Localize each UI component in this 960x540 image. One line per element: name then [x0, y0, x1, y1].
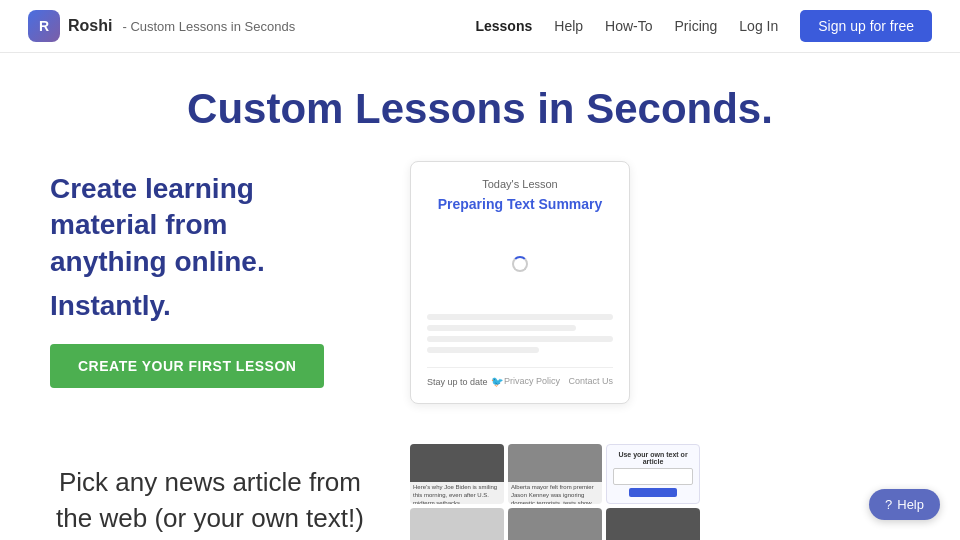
lesson-card-title: Preparing Text Summary [427, 196, 613, 212]
news-grid-container: Here's why Joe Biden is smiling this mor… [410, 444, 700, 540]
nav-lessons[interactable]: Lessons [475, 18, 532, 34]
create-first-lesson-button[interactable]: CREATE YOUR FIRST LESSON [50, 344, 324, 388]
hero-content: Create learning material from anything o… [50, 161, 910, 404]
use-own-text-card: Use your own text or article [606, 444, 700, 504]
lesson-card-loading-area [427, 224, 613, 304]
nav-pricing[interactable]: Pricing [675, 18, 718, 34]
hero-title: Custom Lessons in Seconds. [187, 85, 773, 133]
logo-icon: R [28, 10, 60, 42]
news-item-5: Brittney Griner has been sent to a Russi… [508, 508, 602, 540]
news-img-5 [508, 508, 602, 540]
lesson-preview-card: Today's Lesson Preparing Text Summary St… [410, 161, 630, 404]
lesson-card-footer: Stay up to date 🐦 Privacy Policy Contact… [427, 367, 613, 387]
news-grid: Here's why Joe Biden is smiling this mor… [410, 444, 700, 504]
logo-name: Roshi [68, 17, 112, 35]
hero-tagline: Create learning material from anything o… [50, 171, 265, 280]
hero-section: Custom Lessons in Seconds. Create learni… [0, 53, 960, 424]
help-icon: ? [885, 497, 892, 512]
news-text-1: Here's why Joe Biden is smiling this mor… [410, 482, 504, 504]
section2-text: Pick any news article from the web (or y… [50, 444, 370, 540]
nav-howto[interactable]: How-To [605, 18, 652, 34]
footer-links: Privacy Policy Contact Us [504, 376, 613, 387]
news-img-4 [410, 508, 504, 540]
news-item-2: Alberta mayor felt from premier Jason Ke… [508, 444, 602, 504]
hero-left: Create learning material from anything o… [50, 161, 370, 388]
section2: Pick any news article from the web (or y… [50, 444, 910, 540]
news-item-6: Kitchener couple finds WW2 medals in wal… [606, 508, 700, 540]
card-line-4 [427, 347, 539, 353]
nav-logo-area: R Roshi - Custom Lessons in Seconds [28, 10, 295, 42]
loading-spinner [512, 256, 528, 272]
news-img-6 [606, 508, 700, 540]
nav-links: Lessons Help How-To Pricing Log In Sign … [475, 10, 932, 42]
privacy-policy-link[interactable]: Privacy Policy [504, 376, 560, 386]
hero-instantly: Instantly. [50, 290, 171, 322]
navbar: R Roshi - Custom Lessons in Seconds Less… [0, 0, 960, 53]
news-grid-row2: Facebook parent company Meta lays off 11… [410, 508, 700, 540]
login-button[interactable]: Log In [739, 18, 778, 34]
card-line-1 [427, 314, 613, 320]
news-img-1 [410, 444, 504, 482]
use-own-submit-btn[interactable] [629, 488, 677, 497]
use-own-title: Use your own text or article [613, 451, 693, 465]
lesson-card-label: Today's Lesson [427, 178, 613, 190]
news-item-4: Facebook parent company Meta lays off 11… [410, 508, 504, 540]
stay-updated-text: Stay up to date 🐦 [427, 376, 503, 387]
help-button[interactable]: ? Help [869, 489, 940, 520]
news-img-2 [508, 444, 602, 482]
news-text-2: Alberta mayor felt from premier Jason Ke… [508, 482, 602, 504]
card-line-2 [427, 325, 576, 331]
news-item-1: Here's why Joe Biden is smiling this mor… [410, 444, 504, 504]
twitter-icon: 🐦 [491, 376, 503, 387]
help-label: Help [897, 497, 924, 512]
card-line-3 [427, 336, 613, 342]
lesson-card-lines [427, 314, 613, 353]
logo-subtitle: - Custom Lessons in Seconds [122, 19, 295, 34]
contact-us-link[interactable]: Contact Us [568, 376, 613, 386]
signup-button[interactable]: Sign up for free [800, 10, 932, 42]
use-own-input[interactable] [613, 468, 693, 485]
nav-help[interactable]: Help [554, 18, 583, 34]
